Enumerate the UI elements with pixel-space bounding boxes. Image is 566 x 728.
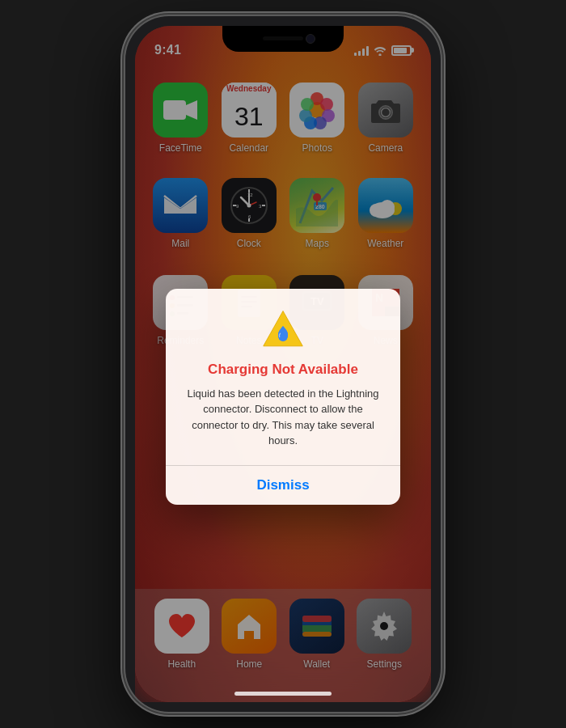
alert-overlay: Charging Not Available Liquid has been d… (135, 26, 431, 702)
phone-frame: 9:41 (125, 16, 441, 712)
alert-icon-container (262, 308, 304, 353)
dismiss-button[interactable]: Dismiss (166, 466, 400, 505)
warning-drop-icon (262, 308, 304, 350)
alert-title: Charging Not Available (208, 362, 358, 378)
alert-message: Liquid has been detected in the Lightnin… (182, 386, 384, 449)
alert-content: Charging Not Available Liquid has been d… (166, 289, 400, 465)
screen: 9:41 (135, 26, 431, 702)
alert-box: Charging Not Available Liquid has been d… (166, 289, 400, 505)
home-indicator (234, 692, 332, 696)
